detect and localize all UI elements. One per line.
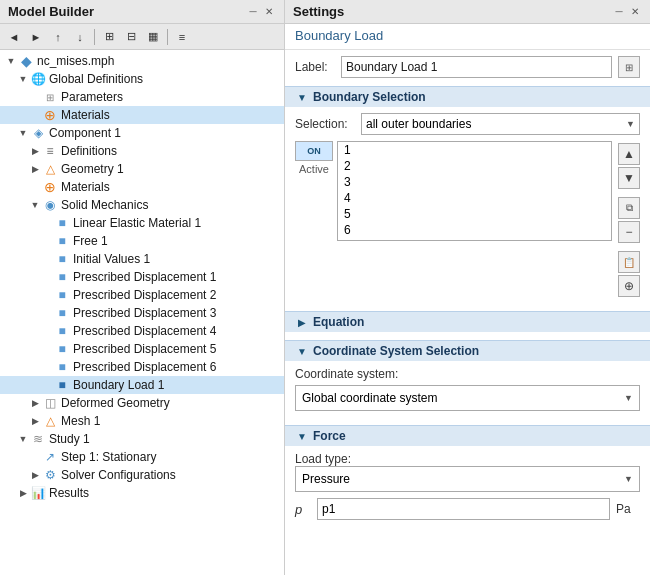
down-button[interactable]: ↓ <box>70 27 90 47</box>
remove-button[interactable]: − <box>618 221 640 243</box>
sidebar-item-solid-mech[interactable]: ▼ ◉ Solid Mechanics <box>0 196 284 214</box>
boundary-number-list[interactable]: 1 2 3 4 5 6 7 <box>337 141 612 241</box>
coord-system-dropdown[interactable]: Global coordinate system ▼ <box>295 385 640 411</box>
root-toggle[interactable]: ▼ <box>4 54 18 68</box>
sidebar-item-definitions[interactable]: ▶ ≡ Definitions <box>0 142 284 160</box>
coordinate-system-header[interactable]: ▼ Coordinate System Selection <box>285 340 650 361</box>
toggle-on-label: ON <box>307 146 321 156</box>
coordinate-system-content: Coordinate system: Global coordinate sys… <box>295 361 640 417</box>
pin-icon[interactable]: ─ <box>246 5 260 19</box>
load-type-value: Pressure <box>302 472 350 486</box>
up-button[interactable]: ↑ <box>48 27 68 47</box>
materials-comp-icon: ⊕ <box>42 179 58 195</box>
model-builder-panel: Model Builder ─ ✕ ◄ ► ↑ ↓ ⊞ ⊟ ▦ ≡ ▼ ◆ nc… <box>0 0 285 575</box>
sidebar-item-mesh1[interactable]: ▶ △ Mesh 1 <box>0 412 284 430</box>
prescribed1-label: Prescribed Displacement 1 <box>73 270 216 284</box>
boundary-selection-header[interactable]: ▼ Boundary Selection <box>285 86 650 107</box>
sidebar-item-boundary-load1[interactable]: ▶ ■ Boundary Load 1 <box>0 376 284 394</box>
equation-header[interactable]: ▶ Equation <box>285 311 650 332</box>
selection-dropdown[interactable]: all outer boundaries ▼ <box>361 113 640 135</box>
view-button[interactable]: ▦ <box>143 27 163 47</box>
list-item[interactable]: 5 <box>338 206 611 222</box>
boundary-area: ON Active 1 2 3 4 5 6 <box>295 141 640 297</box>
active-toggle-button[interactable]: ON <box>295 141 333 161</box>
back-button[interactable]: ◄ <box>4 27 24 47</box>
sidebar-item-study1[interactable]: ▼ ≋ Study 1 <box>0 430 284 448</box>
label-input[interactable] <box>341 56 612 78</box>
sidebar-item-free1[interactable]: ▶ ■ Free 1 <box>0 232 284 250</box>
sidebar-item-materials-comp[interactable]: ▶ ⊕ Materials <box>0 178 284 196</box>
scroll-up-button[interactable]: ▲ <box>618 143 640 165</box>
global-def-toggle[interactable]: ▼ <box>16 72 30 86</box>
forward-button[interactable]: ► <box>26 27 46 47</box>
sidebar-item-prescribed4[interactable]: ▶ ■ Prescribed Displacement 4 <box>0 322 284 340</box>
copy-button[interactable]: ⧉ <box>618 197 640 219</box>
defs-toggle[interactable]: ▶ <box>28 144 42 158</box>
component1-toggle[interactable]: ▼ <box>16 126 30 140</box>
settings-pin-icon[interactable]: ─ <box>612 5 626 19</box>
sidebar-item-global-definitions[interactable]: ▼ 🌐 Global Definitions <box>0 70 284 88</box>
list-item[interactable]: 6 <box>338 222 611 238</box>
definitions-label: Definitions <box>61 144 117 158</box>
list-item[interactable]: 1 <box>338 142 611 158</box>
deformed-toggle[interactable]: ▶ <box>28 396 42 410</box>
sidebar-item-initial-values[interactable]: ▶ ■ Initial Values 1 <box>0 250 284 268</box>
solver-toggle[interactable]: ▶ <box>28 468 42 482</box>
geometry-icon: △ <box>42 161 58 177</box>
sidebar-item-materials-global[interactable]: ▶ ⊕ Materials <box>0 106 284 124</box>
selection-label: Selection: <box>295 117 355 131</box>
prescribed5-icon: ■ <box>54 341 70 357</box>
settings-close-icon[interactable]: ✕ <box>628 5 642 19</box>
sidebar-item-deformed-geo[interactable]: ▶ ◫ Deformed Geometry <box>0 394 284 412</box>
scroll-down-button[interactable]: ▼ <box>618 167 640 189</box>
sidebar-item-component1[interactable]: ▼ ◈ Component 1 <box>0 124 284 142</box>
p-value-input[interactable] <box>317 498 610 520</box>
sidebar-item-prescribed1[interactable]: ▶ ■ Prescribed Displacement 1 <box>0 268 284 286</box>
sidebar-item-prescribed5[interactable]: ▶ ■ Prescribed Displacement 5 <box>0 340 284 358</box>
menu-button[interactable]: ≡ <box>172 27 192 47</box>
p-variable-label: p <box>295 502 311 517</box>
active-text-label: Active <box>299 163 329 175</box>
sidebar-item-prescribed3[interactable]: ▶ ■ Prescribed Displacement 3 <box>0 304 284 322</box>
sidebar-item-prescribed2[interactable]: ▶ ■ Prescribed Displacement 2 <box>0 286 284 304</box>
sidebar-item-geometry1[interactable]: ▶ △ Geometry 1 <box>0 160 284 178</box>
list-item[interactable]: 4 <box>338 190 611 206</box>
label-action-button[interactable]: ⊞ <box>618 56 640 78</box>
solid-mech-icon: ◉ <box>42 197 58 213</box>
prescribed6-label: Prescribed Displacement 6 <box>73 360 216 374</box>
model-tree[interactable]: ▼ ◆ nc_mises.mph ▼ 🌐 Global Definitions … <box>0 50 284 575</box>
study-toggle[interactable]: ▼ <box>16 432 30 446</box>
results-icon: 📊 <box>30 485 46 501</box>
boundary-list-row: ON Active 1 2 3 4 5 6 <box>295 141 612 241</box>
expand-button[interactable]: ⊞ <box>99 27 119 47</box>
sidebar-item-parameters[interactable]: ▶ ⊞ Parameters <box>0 88 284 106</box>
results-label: Results <box>49 486 89 500</box>
close-panel-icon[interactable]: ✕ <box>262 5 276 19</box>
list-item[interactable]: 2 <box>338 158 611 174</box>
sidebar-item-prescribed6[interactable]: ▶ ■ Prescribed Displacement 6 <box>0 358 284 376</box>
results-toggle[interactable]: ▶ <box>16 486 30 500</box>
crosshair-button[interactable]: ⊕ <box>618 275 640 297</box>
force-header[interactable]: ▼ Force <box>285 425 650 446</box>
list-item[interactable]: 7 <box>338 238 611 241</box>
settings-body: Label: ⊞ ▼ Boundary Selection Selection:… <box>285 50 650 532</box>
sidebar-item-results[interactable]: ▶ 📊 Results <box>0 484 284 502</box>
sidebar-item-step-stationary[interactable]: ▶ ↗ Step 1: Stationary <box>0 448 284 466</box>
coord-system-value: Global coordinate system <box>302 391 437 405</box>
mesh-toggle[interactable]: ▶ <box>28 414 42 428</box>
load-type-dropdown[interactable]: Pressure ▼ <box>295 466 640 492</box>
deformed-geo-label: Deformed Geometry <box>61 396 170 410</box>
geo-toggle[interactable]: ▶ <box>28 162 42 176</box>
toolbar-sep2 <box>167 29 168 45</box>
free-icon: ■ <box>54 233 70 249</box>
sidebar-item-solver-config[interactable]: ▶ ⚙ Solver Configurations <box>0 466 284 484</box>
study-icon: ≋ <box>30 431 46 447</box>
collapse-button[interactable]: ⊟ <box>121 27 141 47</box>
solid-toggle[interactable]: ▼ <box>28 198 42 212</box>
sidebar-item-linear-elastic[interactable]: ▶ ■ Linear Elastic Material 1 <box>0 214 284 232</box>
boundary-list-container: ON Active 1 2 3 4 5 6 <box>295 141 612 297</box>
label-field-label: Label: <box>295 60 335 74</box>
paste-button[interactable]: 📋 <box>618 251 640 273</box>
list-item[interactable]: 3 <box>338 174 611 190</box>
tree-root-item[interactable]: ▼ ◆ nc_mises.mph <box>0 52 284 70</box>
